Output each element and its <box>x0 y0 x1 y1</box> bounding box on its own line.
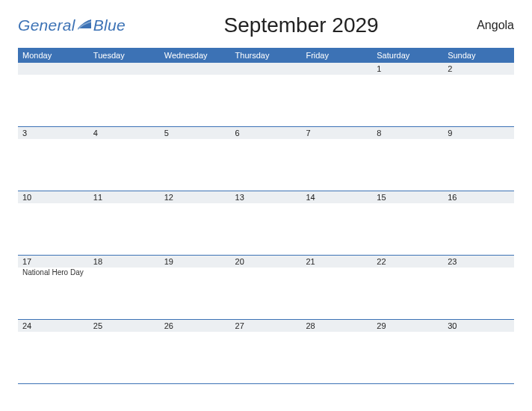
day-header: Friday <box>301 48 372 63</box>
day-number: 30 <box>443 320 514 332</box>
calendar-region: Angola <box>477 19 514 32</box>
day-number-strip: 1 2 <box>18 63 514 75</box>
day-cell <box>18 332 89 383</box>
day-number: 7 <box>301 127 372 139</box>
day-cell <box>301 203 372 255</box>
calendar-title: September 2029 <box>224 13 379 37</box>
day-number: 11 <box>89 191 160 203</box>
day-body-strip <box>18 139 514 191</box>
day-cell <box>89 75 160 126</box>
day-cell <box>231 75 302 126</box>
day-cell <box>372 139 443 191</box>
day-cell <box>160 332 231 383</box>
day-number: 28 <box>301 320 372 332</box>
day-cell <box>443 268 514 319</box>
day-number: 1 <box>372 63 443 75</box>
day-number <box>301 63 372 75</box>
day-cell <box>89 203 160 255</box>
day-number: 14 <box>301 191 372 203</box>
logo-text-blue: Blue <box>93 16 126 34</box>
day-number: 2 <box>443 63 514 75</box>
day-cell <box>301 75 372 126</box>
day-number: 18 <box>89 256 160 268</box>
day-number: 3 <box>18 127 89 139</box>
day-cell <box>443 139 514 191</box>
day-cell <box>231 203 302 255</box>
day-cell <box>160 203 231 255</box>
day-cell <box>231 332 302 383</box>
day-number: 6 <box>231 127 302 139</box>
day-cell <box>160 268 231 319</box>
day-number: 4 <box>89 127 160 139</box>
logo-text-general: General <box>18 16 75 34</box>
day-cell <box>231 268 302 319</box>
day-cell <box>372 332 443 383</box>
day-number: 29 <box>372 320 443 332</box>
day-header: Monday <box>18 48 89 63</box>
week-row: 3 4 5 6 7 8 9 <box>18 126 514 191</box>
week-row: 10 11 12 13 14 15 16 <box>18 191 514 255</box>
day-body-strip <box>18 75 514 126</box>
day-number: 15 <box>372 191 443 203</box>
day-cell <box>89 268 160 319</box>
day-number: 17 <box>18 256 89 268</box>
day-number: 23 <box>443 256 514 268</box>
day-body-strip <box>18 332 514 383</box>
day-cell <box>372 203 443 255</box>
day-header: Wednesday <box>160 48 231 63</box>
day-cell <box>89 139 160 191</box>
day-cell <box>231 139 302 191</box>
day-cell <box>18 139 89 191</box>
day-cell <box>443 75 514 126</box>
week-row: 1 2 <box>18 63 514 126</box>
day-number: 25 <box>89 320 160 332</box>
day-header: Tuesday <box>89 48 160 63</box>
day-cell <box>160 139 231 191</box>
day-number <box>160 63 231 75</box>
day-number: 21 <box>301 256 372 268</box>
day-number <box>18 63 89 75</box>
day-number: 9 <box>443 127 514 139</box>
day-cell <box>18 75 89 126</box>
day-number: 19 <box>160 256 231 268</box>
day-cell <box>372 268 443 319</box>
day-number-strip: 17 18 19 20 21 22 23 <box>18 256 514 268</box>
day-number: 5 <box>160 127 231 139</box>
day-cell <box>89 332 160 383</box>
day-body-strip: National Hero Day <box>18 268 514 319</box>
day-cell: National Hero Day <box>18 268 89 319</box>
day-number: 24 <box>18 320 89 332</box>
logo-swoosh-icon <box>77 18 92 33</box>
day-number <box>89 63 160 75</box>
day-header: Saturday <box>372 48 443 63</box>
day-number-strip: 10 11 12 13 14 15 16 <box>18 191 514 203</box>
logo: General Blue <box>18 16 126 34</box>
day-cell <box>160 75 231 126</box>
day-number: 26 <box>160 320 231 332</box>
day-cell <box>372 75 443 126</box>
day-number: 22 <box>372 256 443 268</box>
day-number: 16 <box>443 191 514 203</box>
day-number: 10 <box>18 191 89 203</box>
day-number: 20 <box>231 256 302 268</box>
day-number: 12 <box>160 191 231 203</box>
day-header-row: Monday Tuesday Wednesday Thursday Friday… <box>18 48 514 63</box>
day-body-strip <box>18 203 514 255</box>
calendar-grid: Monday Tuesday Wednesday Thursday Friday… <box>18 48 514 384</box>
day-number: 13 <box>231 191 302 203</box>
calendar-header: General Blue September 2029 Angola <box>18 13 514 37</box>
day-cell <box>301 139 372 191</box>
day-number-strip: 3 4 5 6 7 8 9 <box>18 127 514 139</box>
day-number: 8 <box>372 127 443 139</box>
day-header: Sunday <box>443 48 514 63</box>
day-cell <box>18 203 89 255</box>
day-cell <box>301 268 372 319</box>
day-header: Thursday <box>231 48 302 63</box>
day-number-strip: 24 25 26 27 28 29 30 <box>18 320 514 332</box>
week-row: 17 18 19 20 21 22 23 National Hero Day <box>18 255 514 319</box>
week-row: 24 25 26 27 28 29 30 <box>18 319 514 384</box>
day-number: 27 <box>231 320 302 332</box>
day-cell <box>443 332 514 383</box>
day-cell <box>301 332 372 383</box>
day-number <box>231 63 302 75</box>
